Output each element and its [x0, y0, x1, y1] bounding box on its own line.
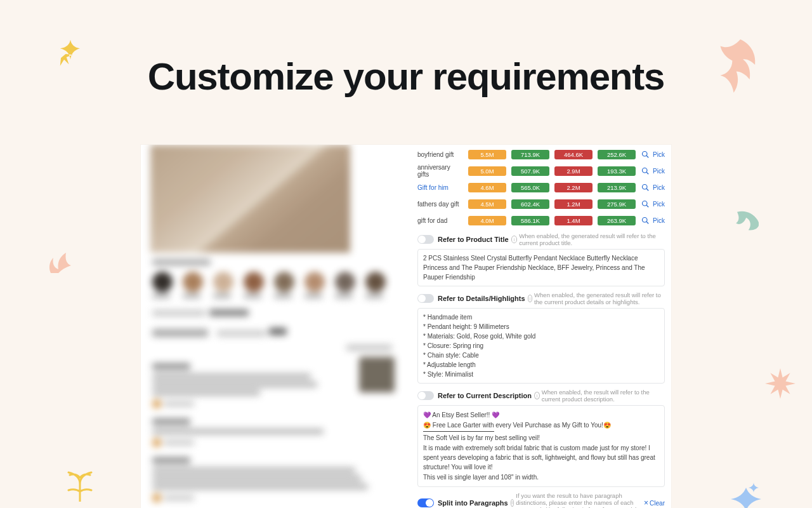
split-label: Split into Paragraphs [438, 499, 508, 507]
metric-volume: 4.0M [468, 216, 506, 225]
svg-line-1 [646, 156, 648, 157]
keyword-name: fathers day gift [417, 201, 463, 208]
svg-line-7 [646, 205, 648, 207]
config-panel: boyfriend gift 5.5M 713.9K 464.6K 252.6K… [417, 145, 671, 508]
svg-point-8 [643, 218, 648, 223]
app-card: boyfriend gift 5.5M 713.9K 464.6K 252.6K… [141, 145, 671, 508]
metric-green2: 213.9K [598, 183, 636, 192]
refer-title-hint: iWhen enabled, the generated result will… [511, 232, 665, 246]
pick-button[interactable]: Pick [641, 167, 665, 175]
details-text[interactable]: * Handmade item* Pendant height: 9 Milli… [417, 308, 665, 384]
split-toggle[interactable] [417, 498, 434, 507]
metric-red: 2.9M [554, 166, 593, 176]
description-text[interactable]: 💜 An Etsy Best Seller!! 💜 😍 Free Lace Ga… [417, 405, 665, 487]
refer-title-row: Refer to Product Title iWhen enabled, th… [417, 232, 665, 246]
metric-volume: 5.0M [468, 166, 506, 176]
split-hint: iIf you want the result to have paragrap… [511, 492, 644, 508]
keyword-row: fathers day gift 4.5M 602.4K 1.2M 275.9K… [417, 197, 665, 211]
metric-red: 1.4M [554, 216, 593, 225]
keyword-name: gift for dad [417, 217, 463, 224]
metric-green2: 275.9K [598, 199, 636, 209]
keyword-row: gift for dad 4.0M 586.1K 1.4M 263.9K Pic… [417, 213, 665, 227]
product-title-text[interactable]: 2 PCS Stainless Steel Crystal Butterfly … [417, 249, 665, 286]
product-preview-blurred [141, 145, 407, 508]
refer-desc-row: Refer to Current Description iWhen enabl… [417, 389, 665, 403]
refer-details-row: Refer to Details/Highlights iWhen enable… [417, 291, 665, 305]
keyword-name: boyfriend gift [417, 151, 463, 158]
metric-green2: 252.6K [598, 150, 636, 159]
metric-green: 586.1K [511, 216, 549, 225]
keyword-row: anniversary gifts 5.0M 507.9K 2.9M 193.3… [417, 164, 665, 178]
page-title: Customize your requirements [0, 55, 812, 98]
refer-desc-label: Refer to Current Description [438, 392, 532, 399]
keyword-name: anniversary gifts [417, 164, 463, 178]
metric-green2: 263.9K [598, 216, 636, 225]
metric-green: 602.4K [511, 199, 549, 209]
refer-details-toggle[interactable] [417, 294, 434, 303]
metric-volume: 4.6M [468, 183, 506, 192]
svg-point-0 [643, 152, 648, 157]
refer-desc-toggle[interactable] [417, 391, 434, 400]
metric-red: 2.2M [554, 183, 593, 192]
svg-line-9 [646, 222, 648, 224]
refer-desc-hint: iWhen enabled, the result will refer to … [534, 389, 665, 403]
metric-green: 713.9K [511, 150, 549, 159]
svg-point-6 [643, 201, 648, 206]
refer-title-label: Refer to Product Title [438, 236, 509, 243]
metric-green2: 193.3K [598, 166, 636, 176]
refer-title-toggle[interactable] [417, 235, 434, 244]
pick-button[interactable]: Pick [641, 150, 665, 158]
pick-button[interactable]: Pick [641, 217, 665, 224]
keyword-row: boyfriend gift 5.5M 713.9K 464.6K 252.6K… [417, 147, 665, 161]
metric-green: 565.0K [511, 183, 549, 192]
clear-button[interactable]: ×Clear [644, 498, 665, 507]
svg-point-2 [643, 168, 648, 173]
svg-point-4 [643, 185, 648, 190]
keyword-name[interactable]: Gift for him [417, 184, 463, 191]
refer-details-hint: iWhen enabled, the generated result will… [528, 291, 665, 305]
metric-volume: 5.5M [468, 150, 506, 159]
metric-red: 464.6K [554, 150, 593, 159]
metric-green: 507.9K [511, 166, 549, 176]
metric-red: 1.2M [554, 199, 593, 209]
svg-line-5 [646, 189, 648, 190]
refer-details-label: Refer to Details/Highlights [438, 295, 525, 302]
pick-button[interactable]: Pick [641, 184, 665, 191]
pick-button[interactable]: Pick [641, 200, 665, 208]
svg-line-3 [646, 172, 648, 174]
metric-volume: 4.5M [468, 199, 506, 209]
keyword-row: Gift for him 4.6M 565.0K 2.2M 213.9K Pic… [417, 180, 665, 194]
split-row: Split into Paragraphs iIf you want the r… [417, 492, 665, 508]
